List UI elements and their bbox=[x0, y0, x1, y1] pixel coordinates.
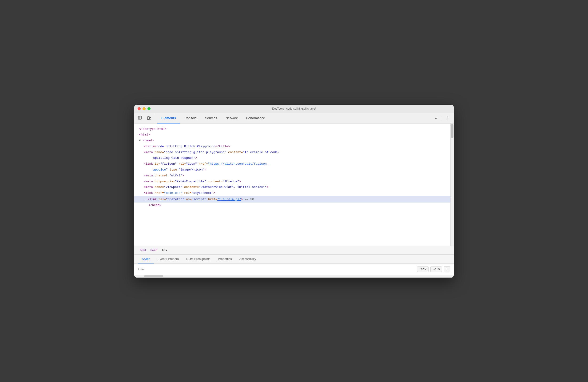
toolbar-icons bbox=[136, 113, 156, 123]
html-line: <title>Code Splitting Glitch Playground<… bbox=[134, 144, 450, 149]
devtools-window: DevTools - code-splitting.glitch.me/ bbox=[134, 105, 454, 278]
filter-buttons: :hov .cls + bbox=[417, 266, 450, 272]
lower-tabs: Styles Event Listeners DOM Breakpoints P… bbox=[134, 255, 454, 264]
kebab-menu-button[interactable]: ⋮ bbox=[444, 114, 452, 122]
html-line: splitting with webpack"> bbox=[134, 155, 450, 161]
html-line: <meta http-equiv="X-UA-Compatible" conte… bbox=[134, 179, 450, 185]
device-toolbar-button[interactable] bbox=[145, 114, 153, 122]
html-line: <meta charset="utf-8"> bbox=[134, 173, 450, 179]
traffic-lights bbox=[134, 107, 150, 110]
close-button[interactable] bbox=[138, 107, 141, 110]
inspect-element-button[interactable] bbox=[136, 114, 144, 122]
html-line: <link id="favicon" rel="icon" href="http… bbox=[134, 161, 450, 167]
title-bar: DevTools - code-splitting.glitch.me/ bbox=[134, 105, 454, 113]
tab-styles[interactable]: Styles bbox=[138, 255, 154, 263]
html-line: </head> bbox=[134, 203, 450, 208]
svg-rect-0 bbox=[138, 116, 141, 119]
html-line: ▼ <head> bbox=[134, 138, 450, 144]
breadcrumb-bar: html head link bbox=[134, 246, 454, 255]
html-line: <link href="main.css" rel="stylesheet"> bbox=[134, 190, 450, 196]
breadcrumb-link[interactable]: link bbox=[160, 248, 169, 252]
device-icon bbox=[147, 116, 151, 120]
html-line: <!doctype html> bbox=[134, 126, 450, 132]
devtools-toolbar: Elements Console Sources Network Perform… bbox=[134, 113, 454, 124]
tab-event-listeners[interactable]: Event Listeners bbox=[154, 255, 183, 263]
add-style-button[interactable]: + bbox=[444, 266, 450, 272]
breadcrumb-html[interactable]: html bbox=[138, 248, 148, 252]
tab-network[interactable]: Network bbox=[221, 113, 242, 124]
toolbar-divider bbox=[442, 115, 442, 121]
svg-rect-4 bbox=[150, 117, 151, 119]
tab-accessibility[interactable]: Accessibility bbox=[236, 255, 260, 263]
toolbar-right: » ⋮ bbox=[430, 113, 452, 123]
html-line: <meta name="code splitting glitch playgr… bbox=[134, 149, 450, 155]
filter-bar: Filter :hov .cls + bbox=[134, 264, 454, 275]
window-title: DevTools - code-splitting.glitch.me/ bbox=[272, 107, 316, 110]
cls-button[interactable]: .cls bbox=[430, 267, 442, 272]
tab-dom-breakpoints[interactable]: DOM Breakpoints bbox=[183, 255, 214, 263]
filter-input-area: Filter bbox=[138, 267, 417, 271]
lower-panel: Styles Event Listeners DOM Breakpoints P… bbox=[134, 255, 454, 275]
html-line-selected[interactable]: … <link rel="prefetch" as="script" href=… bbox=[134, 196, 450, 203]
tab-performance[interactable]: Performance bbox=[242, 113, 269, 124]
tab-properties[interactable]: Properties bbox=[214, 255, 236, 263]
svg-point-5 bbox=[148, 119, 149, 119]
html-line: <meta name="viewport" content="width=dev… bbox=[134, 184, 450, 190]
tab-elements[interactable]: Elements bbox=[157, 113, 180, 124]
tab-sources[interactable]: Sources bbox=[201, 113, 221, 124]
scrollbar-thumb[interactable] bbox=[451, 124, 453, 138]
hov-button[interactable]: :hov bbox=[417, 267, 429, 272]
maximize-button[interactable] bbox=[147, 107, 150, 110]
html-line: app.ico" type="image/x-icon"> bbox=[134, 167, 450, 173]
horizontal-scrollbar-thumb[interactable] bbox=[144, 275, 163, 277]
html-line: <html> bbox=[134, 132, 450, 138]
minimize-button[interactable] bbox=[143, 107, 146, 110]
tab-console[interactable]: Console bbox=[180, 113, 201, 124]
tabs: Elements Console Sources Network Perform… bbox=[157, 113, 430, 123]
elements-panel: <!doctype html> <html> ▼ <head> <title>C… bbox=[134, 124, 450, 246]
filter-placeholder[interactable]: Filter bbox=[138, 267, 145, 271]
breadcrumb-head[interactable]: head bbox=[149, 248, 159, 252]
more-tabs-button[interactable]: » bbox=[432, 114, 440, 122]
horizontal-scrollbar[interactable] bbox=[134, 275, 454, 277]
vertical-scrollbar[interactable] bbox=[450, 124, 454, 246]
inspect-icon bbox=[138, 116, 142, 120]
elements-panel-container: <!doctype html> <html> ▼ <head> <title>C… bbox=[134, 124, 454, 246]
